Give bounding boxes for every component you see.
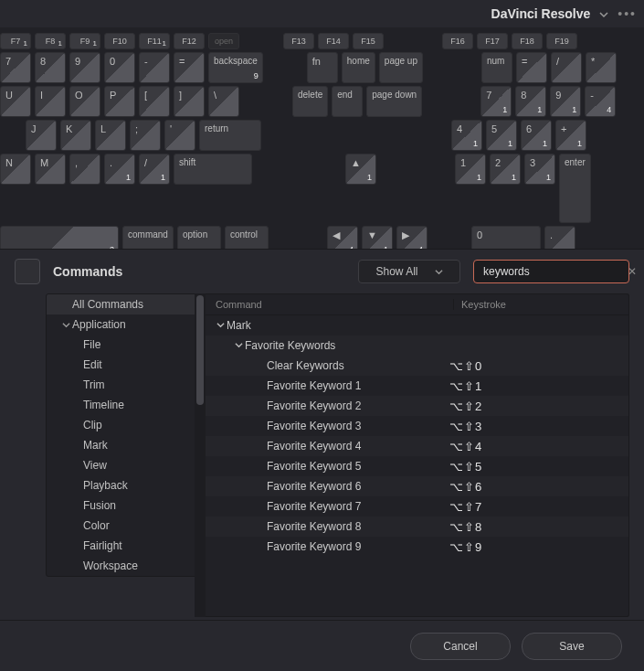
key-[interactable]: / bbox=[551, 52, 582, 83]
table-row[interactable]: Favorite Keyword 9⌥⇧9 bbox=[205, 537, 628, 557]
key-pagedown[interactable]: page down bbox=[366, 86, 422, 117]
sidebar-item-fairlight[interactable]: Fairlight bbox=[47, 536, 204, 556]
sidebar-item-workspace[interactable]: Workspace bbox=[47, 556, 204, 576]
key-control[interactable]: control bbox=[225, 226, 269, 249]
key-[interactable]: , bbox=[69, 154, 100, 185]
key-f19[interactable]: F19 bbox=[546, 33, 577, 49]
key-[interactable]: -4 bbox=[585, 86, 616, 117]
key-[interactable]: - bbox=[139, 52, 170, 83]
search-field[interactable]: ✕ bbox=[473, 260, 629, 283]
key-[interactable]: = bbox=[516, 52, 547, 83]
key-option[interactable]: option bbox=[177, 226, 221, 249]
key-[interactable]: /1 bbox=[139, 154, 170, 185]
key-5[interactable]: 51 bbox=[486, 120, 517, 151]
sidebar-item-clip[interactable]: Clip bbox=[47, 415, 204, 435]
key-9[interactable]: 9 bbox=[69, 52, 100, 83]
key-[interactable]: +1 bbox=[555, 120, 586, 151]
more-icon[interactable]: ••• bbox=[618, 6, 637, 21]
sidebar-item-edit[interactable]: Edit bbox=[47, 355, 204, 375]
sidebar-item-fusion[interactable]: Fusion bbox=[47, 495, 204, 516]
key-backspace[interactable]: backspace9 bbox=[208, 52, 263, 83]
key-f13[interactable]: F13 bbox=[283, 33, 314, 49]
key-f16[interactable]: F16 bbox=[442, 33, 473, 49]
key-[interactable]: . bbox=[544, 226, 575, 249]
sidebar-item-timeline[interactable]: Timeline bbox=[47, 395, 204, 415]
key-9[interactable]: 91 bbox=[550, 86, 581, 117]
key-delete[interactable]: delete bbox=[292, 86, 328, 117]
sidebar-item-playback[interactable]: Playback bbox=[47, 475, 204, 495]
save-button[interactable]: Save bbox=[522, 633, 622, 660]
key-return[interactable]: return bbox=[199, 120, 261, 151]
key-[interactable]: \ bbox=[208, 86, 239, 117]
table-row[interactable]: Clear Keywords⌥⇧0 bbox=[205, 356, 628, 376]
table-row[interactable]: Favorite Keyword 5⌥⇧5 bbox=[205, 456, 628, 476]
key-[interactable]: = bbox=[174, 52, 205, 83]
key-[interactable]: * bbox=[586, 52, 617, 83]
key-f10[interactable]: F10 bbox=[104, 33, 135, 49]
key-[interactable]: [ bbox=[139, 86, 170, 117]
scrollbar[interactable] bbox=[195, 293, 206, 617]
chevron-down-icon[interactable] bbox=[214, 321, 227, 331]
key-8[interactable]: 81 bbox=[515, 86, 546, 117]
table-row[interactable]: Favorite Keyword 6⌥⇧6 bbox=[205, 476, 628, 496]
key-[interactable]: ◀4 bbox=[327, 226, 358, 249]
key-f9[interactable]: F91 bbox=[69, 33, 100, 49]
sidebar-item-file[interactable]: File bbox=[47, 335, 204, 355]
key-0[interactable]: 0 bbox=[104, 52, 135, 83]
key-l[interactable]: L bbox=[95, 120, 126, 151]
table-row[interactable]: Favorite Keywords bbox=[205, 336, 628, 356]
key-8[interactable]: 8 bbox=[35, 52, 66, 83]
key-command[interactable]: command bbox=[122, 226, 174, 249]
key-0[interactable]: 0 bbox=[471, 226, 541, 249]
key-shift[interactable]: shift bbox=[174, 154, 252, 185]
key-[interactable]: ▶4 bbox=[396, 226, 428, 249]
clear-icon[interactable]: ✕ bbox=[628, 265, 637, 278]
sidebar-item-color[interactable]: Color bbox=[47, 516, 204, 536]
key-fn[interactable]: fn bbox=[307, 52, 338, 83]
filter-dropdown[interactable]: Show All bbox=[358, 260, 460, 283]
key-[interactable]: .1 bbox=[104, 154, 135, 185]
key-p[interactable]: P bbox=[104, 86, 135, 117]
key-open[interactable]: open bbox=[208, 33, 239, 49]
sidebar-item-trim[interactable]: Trim bbox=[47, 375, 204, 395]
key-blank[interactable]: 2 bbox=[0, 226, 119, 249]
key-i[interactable]: I bbox=[35, 86, 66, 117]
key-m[interactable]: M bbox=[35, 154, 66, 185]
key-num[interactable]: num bbox=[481, 52, 512, 83]
key-o[interactable]: O bbox=[69, 86, 100, 117]
key-f18[interactable]: F18 bbox=[512, 33, 543, 49]
chevron-down-icon[interactable] bbox=[599, 7, 608, 20]
key-f14[interactable]: F14 bbox=[318, 33, 349, 49]
key-6[interactable]: 61 bbox=[521, 120, 552, 151]
table-row[interactable]: Favorite Keyword 1⌥⇧1 bbox=[205, 376, 628, 396]
key-f17[interactable]: F17 bbox=[477, 33, 508, 49]
sidebar-item-application[interactable]: Application bbox=[47, 314, 204, 335]
table-row[interactable]: Mark bbox=[205, 315, 628, 336]
toggle-button[interactable] bbox=[15, 259, 40, 284]
scrollbar-thumb[interactable] bbox=[196, 295, 204, 405]
table-row[interactable]: Favorite Keyword 8⌥⇧8 bbox=[205, 517, 628, 537]
sidebar-item-mark[interactable]: Mark bbox=[47, 435, 204, 455]
key-f7[interactable]: F71 bbox=[0, 33, 31, 49]
column-keystroke[interactable]: Keystroke bbox=[453, 299, 628, 310]
key-f8[interactable]: F81 bbox=[35, 33, 66, 49]
table-row[interactable]: Favorite Keyword 7⌥⇧7 bbox=[205, 496, 628, 517]
key-u[interactable]: U bbox=[0, 86, 31, 117]
key-7[interactable]: 7 bbox=[0, 52, 31, 83]
key-pageup[interactable]: page up bbox=[379, 52, 423, 83]
key-k[interactable]: K bbox=[60, 120, 91, 151]
table-row[interactable]: Favorite Keyword 4⌥⇧4 bbox=[205, 436, 628, 456]
key-f15[interactable]: F15 bbox=[353, 33, 384, 49]
key-4[interactable]: 41 bbox=[451, 120, 482, 151]
table-row[interactable]: Favorite Keyword 3⌥⇧3 bbox=[205, 416, 628, 436]
key-[interactable]: ▼1 bbox=[362, 226, 393, 249]
key-[interactable]: ▲1 bbox=[345, 154, 376, 185]
key-7[interactable]: 71 bbox=[480, 86, 512, 117]
key-1[interactable]: 11 bbox=[455, 154, 486, 185]
key-2[interactable]: 21 bbox=[490, 154, 521, 185]
key-n[interactable]: N bbox=[0, 154, 31, 185]
cancel-button[interactable]: Cancel bbox=[410, 633, 511, 660]
key-[interactable]: ' bbox=[164, 120, 195, 151]
key-[interactable]: ] bbox=[174, 86, 205, 117]
key-[interactable]: ; bbox=[130, 120, 161, 151]
